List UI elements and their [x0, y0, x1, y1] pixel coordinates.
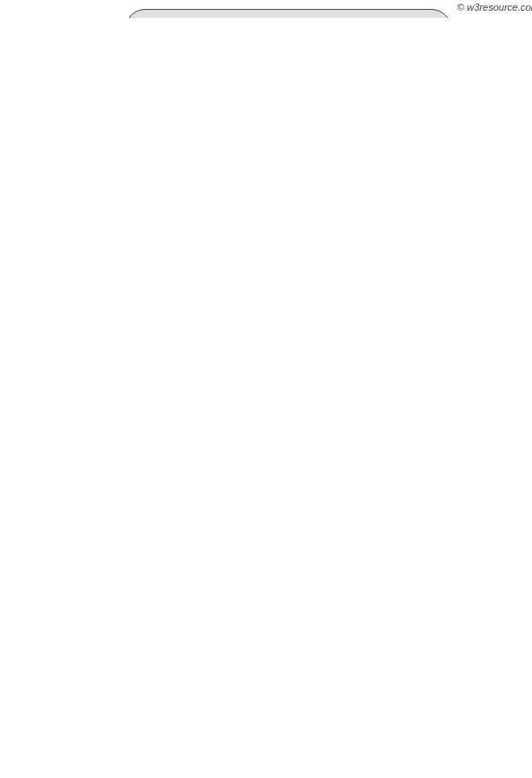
main-query-bubble: SELECT first_name, last_name, salary, de… — [125, 9, 451, 18]
footer-credit: © w3resource.com — [457, 2, 532, 13]
